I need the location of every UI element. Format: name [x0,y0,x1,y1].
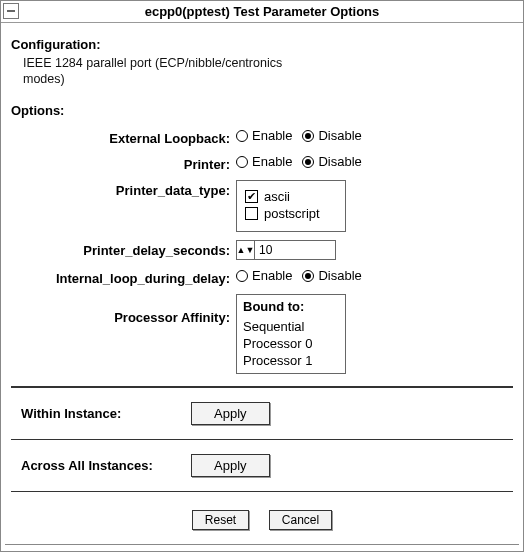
reset-button[interactable]: Reset [192,510,249,530]
external-loopback-enable-radio[interactable]: Enable [236,128,292,143]
divider-2 [11,439,513,440]
title-bar: ecpp0(pptest) Test Parameter Options [1,1,523,23]
options-label: Options: [11,103,513,118]
affinity-item-proc1[interactable]: Processor 1 [243,352,339,369]
printer-data-type-panel: ✔ascii postscript [236,180,346,232]
affinity-item-sequential[interactable]: Sequential [243,318,339,335]
configuration-label: Configuration: [11,37,513,52]
printer-disable-radio[interactable]: Disable [302,154,361,169]
external-loopback-label: External Loopback: [11,128,236,146]
window-title: ecpp0(pptest) Test Parameter Options [145,4,380,19]
within-instance-label: Within Instance: [21,406,171,421]
external-loopback-disable-radio[interactable]: Disable [302,128,361,143]
across-all-instances-label: Across All Instances: [21,458,171,473]
across-all-instances-apply-button[interactable]: Apply [191,454,270,477]
printer-delay-input[interactable] [255,241,335,259]
printer-label: Printer: [11,154,236,172]
configuration-text: IEEE 1284 parallel port (ECP/nibble/cent… [23,56,323,87]
printer-data-type-label: Printer_data_type: [11,180,236,198]
internal-loop-label: Internal_loop_during_delay: [11,268,236,286]
postscript-checkbox[interactable]: postscript [245,206,335,221]
bottom-rule [5,544,519,545]
printer-delay-label: Printer_delay_seconds: [11,240,236,258]
ascii-checkbox[interactable]: ✔ascii [245,189,335,204]
internal-loop-enable-radio[interactable]: Enable [236,268,292,283]
window-menu-icon[interactable] [3,3,19,19]
affinity-item-proc0[interactable]: Processor 0 [243,335,339,352]
internal-loop-disable-radio[interactable]: Disable [302,268,361,283]
within-instance-apply-button[interactable]: Apply [191,402,270,425]
divider-1 [11,386,513,388]
processor-affinity-label: Processor Affinity: [11,294,236,325]
cancel-button[interactable]: Cancel [269,510,332,530]
divider-3 [11,491,513,492]
affinity-header: Bound to: [243,299,339,314]
printer-enable-radio[interactable]: Enable [236,154,292,169]
printer-delay-spinner[interactable]: ▲▼ [236,240,336,260]
dialog-content: Configuration: IEEE 1284 parallel port (… [1,23,523,536]
spinner-arrows-icon[interactable]: ▲▼ [237,241,255,259]
processor-affinity-list: Bound to: Sequential Processor 0 Process… [236,294,346,374]
